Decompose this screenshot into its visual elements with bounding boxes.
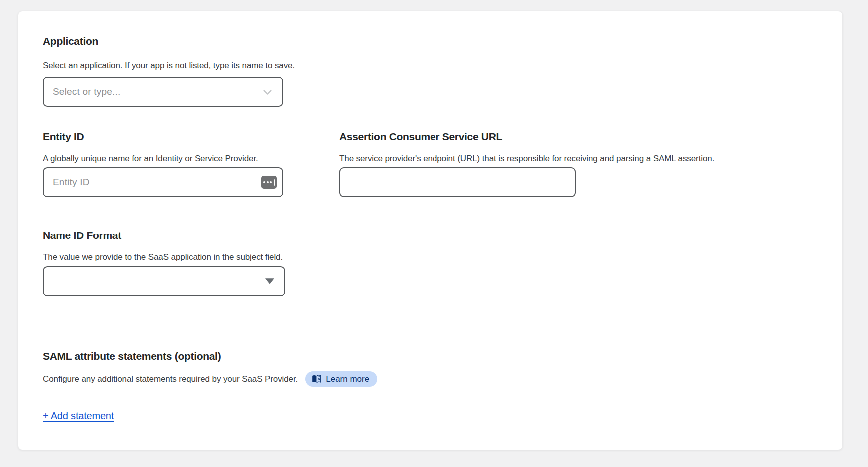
autofill-dots-icon[interactable] — [261, 176, 277, 189]
acs-url-input[interactable] — [339, 167, 576, 197]
name-id-format-section: Name ID Format The value we provide to t… — [43, 230, 842, 296]
name-id-format-heading: Name ID Format — [43, 230, 842, 241]
chevron-down-icon — [261, 85, 274, 99]
learn-more-button[interactable]: Learn more — [305, 371, 377, 387]
acs-url-description: The service provider's endpoint (URL) th… — [339, 154, 842, 163]
learn-more-label: Learn more — [326, 374, 369, 384]
acs-url-section: Assertion Consumer Service URL The servi… — [339, 131, 842, 197]
name-id-format-select[interactable] — [43, 266, 285, 296]
saml-settings-card: Application Select an application. If yo… — [18, 11, 843, 450]
open-book-icon — [312, 375, 321, 383]
application-section: Application Select an application. If yo… — [43, 35, 842, 107]
entity-acs-row: Entity ID A globally unique name for an … — [43, 131, 842, 197]
entity-id-section: Entity ID A globally unique name for an … — [43, 131, 339, 197]
triangle-down-icon — [265, 278, 274, 284]
name-id-format-description: The value we provide to the SaaS applica… — [43, 253, 842, 262]
entity-id-description: A globally unique name for an Identity o… — [43, 154, 339, 163]
acs-url-heading: Assertion Consumer Service URL — [339, 131, 842, 143]
saml-statements-description: Configure any additional statements requ… — [43, 375, 298, 384]
entity-id-input[interactable] — [43, 167, 283, 197]
saml-statements-heading: SAML attribute statements (optional) — [43, 350, 842, 362]
application-heading: Application — [43, 35, 842, 47]
entity-id-heading: Entity ID — [43, 131, 339, 143]
application-description: Select an application. If your app is no… — [43, 61, 842, 70]
saml-statements-description-row: Configure any additional statements requ… — [43, 371, 842, 387]
add-statement-link[interactable]: + Add statement — [43, 410, 114, 422]
saml-statements-section: SAML attribute statements (optional) Con… — [43, 350, 842, 422]
application-select[interactable]: Select or type... — [43, 77, 283, 107]
entity-id-input-wrap — [43, 167, 283, 197]
application-select-placeholder: Select or type... — [53, 86, 120, 97]
acs-url-input-wrap — [339, 167, 576, 197]
